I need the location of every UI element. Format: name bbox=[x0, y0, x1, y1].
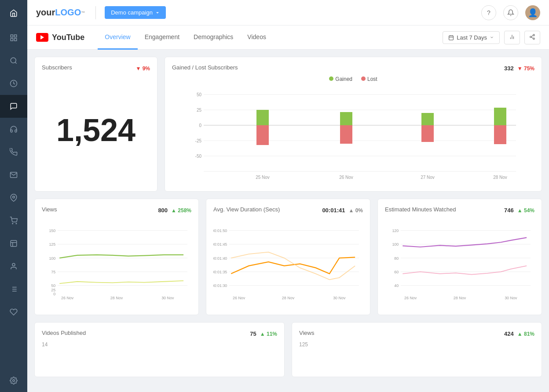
minutes-title: Estimated Minutes Watched bbox=[385, 206, 456, 213]
avg-view-chart: 00:01:50 00:01:45 00:01:40 00:01:35 00:0… bbox=[213, 218, 363, 306]
tab-overview[interactable]: Overview bbox=[98, 25, 137, 50]
svg-text:40: 40 bbox=[394, 283, 399, 288]
views-card: Views 800 ▲ 258% 150 125 100 bbox=[34, 199, 199, 315]
svg-text:26 Nov: 26 Nov bbox=[404, 296, 417, 300]
videos-published-value: 75 bbox=[250, 330, 256, 337]
svg-text:30 Nov: 30 Nov bbox=[333, 296, 346, 300]
videos-published-header: Videos Published 75 ▲ 11% bbox=[42, 330, 277, 338]
sidebar-dashboard-icon[interactable] bbox=[0, 72, 27, 95]
sidebar-channels-icon[interactable] bbox=[0, 26, 27, 49]
subscribers-card: Subscribers ▼ 9% 1,524 bbox=[34, 57, 157, 192]
svg-text:120: 120 bbox=[392, 229, 399, 233]
svg-rect-55 bbox=[494, 125, 506, 144]
youtube-logo-icon bbox=[36, 33, 48, 42]
views2-y-label: 125 bbox=[299, 341, 534, 348]
sidebar-listen-icon[interactable] bbox=[0, 118, 27, 141]
svg-point-4 bbox=[11, 58, 16, 63]
svg-text:28 Nov: 28 Nov bbox=[454, 296, 466, 300]
sidebar-phone-icon[interactable] bbox=[0, 141, 27, 163]
main-area: yourLOGO™ Demo campaign ? 👤 YouTube Over… bbox=[27, 0, 549, 392]
svg-text:00:01:50: 00:01:50 bbox=[213, 229, 227, 233]
topbar-right: ? 👤 bbox=[481, 5, 540, 20]
svg-rect-51 bbox=[421, 113, 434, 125]
videos-published-placeholder bbox=[42, 348, 277, 370]
svg-rect-54 bbox=[494, 108, 506, 125]
sidebar-messages-icon[interactable] bbox=[0, 95, 27, 118]
svg-rect-46 bbox=[256, 125, 269, 145]
views2-badge: ▲ 81% bbox=[517, 331, 534, 337]
youtube-brand: YouTube bbox=[36, 33, 84, 42]
minutes-value: 746 bbox=[504, 207, 514, 214]
svg-point-8 bbox=[12, 223, 13, 224]
views-title: Views bbox=[42, 206, 57, 213]
minutes-badge: ▲ 54% bbox=[517, 207, 534, 214]
minutes-header: Estimated Minutes Watched 746 ▲ 54% bbox=[385, 206, 534, 214]
avg-view-duration-card: Avg. View Duration (Secs) 00:01:41 ▲ 0% … bbox=[206, 199, 370, 315]
svg-text:25: 25 bbox=[197, 108, 202, 113]
svg-text:-50: -50 bbox=[195, 154, 202, 159]
sidebar-email-icon[interactable] bbox=[0, 163, 27, 186]
gained-lost-value: 332 bbox=[504, 65, 514, 72]
svg-point-30 bbox=[533, 38, 535, 40]
demo-campaign-button[interactable]: Demo campaign bbox=[105, 6, 166, 19]
sidebar-user-icon[interactable] bbox=[0, 255, 27, 278]
chart-type-button[interactable] bbox=[504, 31, 520, 44]
sidebar-home-icon[interactable] bbox=[0, 0, 27, 26]
sidebar-search-icon[interactable] bbox=[0, 49, 27, 72]
svg-text:-25: -25 bbox=[195, 138, 202, 143]
sidebar-list-icon[interactable] bbox=[0, 278, 27, 301]
gained-lost-legend: Gained Lost bbox=[172, 76, 534, 82]
sidebar-location-icon[interactable] bbox=[0, 186, 27, 209]
svg-rect-48 bbox=[340, 112, 352, 125]
svg-text:75: 75 bbox=[51, 270, 55, 274]
svg-line-31 bbox=[531, 37, 533, 38]
tabbar-right: Last 7 Days bbox=[443, 31, 540, 44]
tab-demographics[interactable]: Demographics bbox=[187, 25, 240, 50]
views2-value: 424 bbox=[504, 330, 514, 337]
avg-view-header: Avg. View Duration (Secs) 00:01:41 ▲ 0% bbox=[213, 206, 363, 214]
share-button[interactable] bbox=[524, 31, 540, 44]
views-badge: ▲ 258% bbox=[171, 207, 191, 214]
subscribers-badge: ▼ 9% bbox=[135, 65, 150, 72]
svg-point-9 bbox=[16, 223, 17, 224]
svg-text:30 Nov: 30 Nov bbox=[161, 296, 174, 300]
svg-text:80: 80 bbox=[394, 256, 399, 261]
svg-text:50: 50 bbox=[51, 283, 55, 288]
svg-line-32 bbox=[531, 35, 533, 36]
sidebar-cart-icon[interactable] bbox=[0, 209, 27, 232]
views-value: 800 bbox=[158, 207, 168, 214]
minutes-watched-card: Estimated Minutes Watched 746 ▲ 54% 120 … bbox=[377, 199, 542, 315]
svg-text:0: 0 bbox=[199, 123, 201, 128]
views-header: Views 800 ▲ 258% bbox=[42, 206, 191, 214]
user-avatar[interactable]: 👤 bbox=[525, 5, 540, 20]
views2-header: Views 424 ▲ 81% bbox=[299, 330, 534, 338]
date-filter-button[interactable]: Last 7 Days bbox=[443, 31, 500, 44]
svg-text:0: 0 bbox=[53, 292, 55, 296]
notification-button[interactable] bbox=[503, 5, 518, 20]
tab-videos[interactable]: Videos bbox=[240, 25, 273, 50]
svg-rect-49 bbox=[340, 125, 352, 144]
svg-text:26 Nov: 26 Nov bbox=[339, 175, 353, 180]
svg-text:125: 125 bbox=[49, 242, 55, 247]
svg-text:00:01:45: 00:01:45 bbox=[213, 242, 227, 247]
views-chart: 150 125 100 75 50 25 0 26 Nov 28 Nov 30 … bbox=[42, 218, 191, 306]
avg-view-title: Avg. View Duration (Secs) bbox=[213, 206, 280, 213]
svg-point-20 bbox=[13, 380, 15, 382]
tab-engagement[interactable]: Engagement bbox=[138, 25, 187, 50]
svg-point-29 bbox=[530, 36, 532, 38]
row-1: Subscribers ▼ 9% 1,524 Gained / Lost Sub… bbox=[34, 57, 542, 192]
svg-text:28 Nov: 28 Nov bbox=[282, 296, 295, 300]
avg-view-value: 00:01:41 bbox=[322, 207, 345, 214]
svg-text:00:01:30: 00:01:30 bbox=[213, 283, 227, 288]
help-button[interactable]: ? bbox=[481, 5, 496, 20]
sidebar-settings-icon[interactable] bbox=[0, 369, 27, 392]
sidebar-report-icon[interactable] bbox=[0, 232, 27, 255]
svg-point-7 bbox=[13, 196, 15, 198]
svg-rect-0 bbox=[11, 35, 13, 37]
svg-rect-21 bbox=[449, 36, 454, 40]
sidebar-plugin-icon[interactable] bbox=[0, 301, 27, 323]
svg-text:25 Nov: 25 Nov bbox=[256, 175, 270, 180]
views2-card: Views 424 ▲ 81% 125 bbox=[292, 322, 542, 377]
svg-text:28 Nov: 28 Nov bbox=[110, 296, 123, 300]
videos-published-y-label: 14 bbox=[42, 341, 277, 348]
